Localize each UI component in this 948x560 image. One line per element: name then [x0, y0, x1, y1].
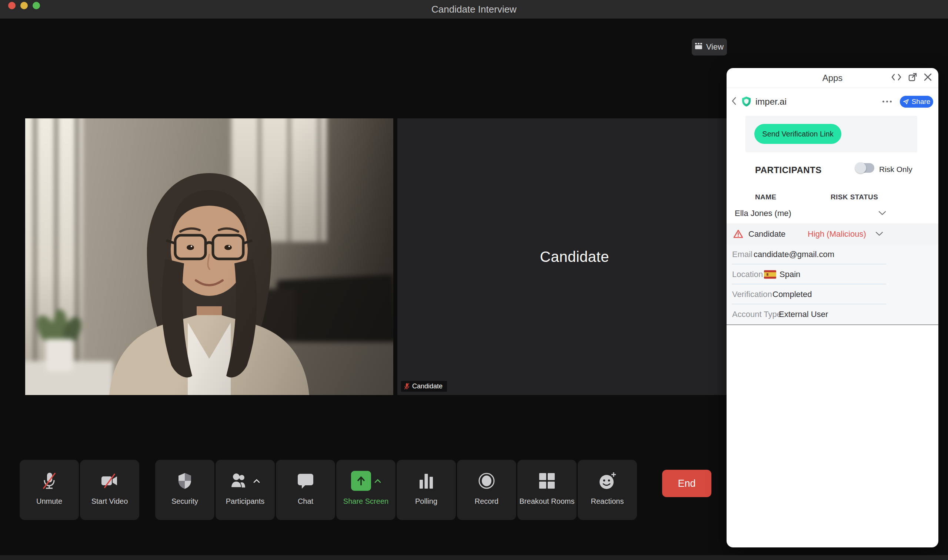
video-tile-candidate: Candidate Candidate	[397, 118, 752, 395]
app-share-button[interactable]: Share	[900, 96, 933, 108]
participants-button[interactable]: Participants	[216, 460, 275, 520]
record-label: Record	[475, 497, 499, 506]
participant-name: Candidate	[749, 229, 786, 239]
code-view-icon[interactable]	[891, 74, 901, 82]
breakout-rooms-label: Breakout Rooms	[520, 497, 575, 506]
column-header-risk-status: RISK STATUS	[831, 193, 878, 201]
video-off-icon	[100, 469, 119, 493]
pop-out-icon[interactable]	[908, 73, 917, 83]
start-video-label: Start Video	[91, 497, 128, 506]
unmute-label: Unmute	[36, 497, 62, 506]
start-video-button[interactable]: Start Video	[80, 460, 139, 520]
detail-label: Email	[732, 250, 752, 259]
record-button[interactable]: Record	[457, 460, 516, 520]
detail-row-email: Email candidate@gmail.com	[727, 245, 939, 265]
candidate-tile-label: Candidate	[540, 249, 609, 265]
minimize-window-button[interactable]	[20, 2, 28, 9]
share-screen-button[interactable]: Share Screen	[336, 460, 395, 520]
risk-only-label: Risk Only	[879, 165, 912, 174]
chat-bubble-icon	[297, 469, 314, 493]
imper-ai-logo-icon	[741, 96, 751, 107]
app-name: imper.ai	[755, 97, 787, 107]
participant-row-candidate[interactable]: Candidate High (Malicious)	[727, 223, 939, 245]
view-button-label: View	[706, 42, 724, 52]
muted-mic-icon	[404, 383, 409, 390]
participant-row-me[interactable]: Ella Jones (me)	[727, 203, 939, 223]
reactions-label: Reactions	[591, 497, 624, 506]
reactions-button[interactable]: Reactions	[578, 460, 637, 520]
chevron-up-icon	[253, 479, 260, 483]
participants-section-header: PARTICIPANTS	[755, 165, 822, 175]
candidate-details: Email candidate@gmail.com Location Spain…	[727, 245, 939, 325]
detail-value: candidate@gmail.com	[753, 250, 834, 259]
toggle-knob	[855, 162, 866, 174]
chevron-down-icon[interactable]	[875, 231, 883, 237]
security-label: Security	[171, 497, 198, 506]
detail-row-account-type: Account Type External User	[727, 305, 939, 325]
window-bottom-edge	[0, 555, 948, 560]
polling-label: Polling	[415, 497, 437, 506]
participant-name-badge: Candidate	[401, 381, 447, 392]
detail-label: Verification	[732, 289, 772, 299]
send-verification-link-button[interactable]: Send Verification Link	[754, 124, 841, 144]
record-icon	[478, 469, 496, 493]
risk-only-toggle[interactable]	[856, 163, 874, 173]
participant-name: Ella Jones (me)	[735, 209, 791, 218]
window-titlebar: Candidate Interview	[0, 0, 948, 19]
share-screen-icon	[351, 471, 371, 491]
risk-warning-icon	[733, 229, 743, 238]
close-icon[interactable]	[924, 73, 932, 83]
end-meeting-button[interactable]: End	[662, 470, 711, 497]
detail-label: Location	[732, 270, 763, 279]
unmute-button[interactable]: Unmute	[20, 460, 79, 520]
polling-button[interactable]: Polling	[397, 460, 456, 520]
share-screen-label: Share Screen	[343, 497, 389, 506]
risk-status-value: High (Malicious)	[807, 229, 866, 239]
close-window-button[interactable]	[8, 2, 15, 9]
chat-button[interactable]: Chat	[276, 460, 335, 520]
gallery-view-icon	[695, 42, 703, 52]
column-header-name: NAME	[755, 193, 777, 201]
chevron-up-icon	[374, 479, 381, 483]
app-share-label: Share	[912, 98, 931, 106]
participants-label: Participants	[226, 497, 265, 506]
chevron-down-icon[interactable]	[879, 210, 886, 217]
detail-label: Account Type	[732, 309, 781, 319]
spain-flag-icon	[764, 271, 776, 279]
video-tile-camera	[25, 118, 393, 395]
back-icon[interactable]	[731, 97, 736, 106]
zoom-meeting-window: Candidate Interview View	[0, 0, 948, 560]
security-shield-icon	[177, 469, 193, 493]
mic-off-icon	[41, 469, 58, 493]
detail-row-location: Location Spain	[727, 265, 939, 285]
traffic-lights	[8, 2, 40, 9]
detail-value: Spain	[780, 270, 800, 279]
window-title: Candidate Interview	[431, 4, 517, 15]
detail-row-verification: Verification Completed	[727, 285, 939, 305]
breakout-rooms-button[interactable]: Breakout Rooms	[517, 460, 577, 520]
security-button[interactable]: Security	[155, 460, 215, 520]
chat-label: Chat	[298, 497, 313, 506]
apps-panel-header: Apps	[727, 68, 939, 88]
breakout-rooms-grid-icon	[539, 469, 555, 493]
detail-value: Completed	[772, 289, 812, 299]
more-options-icon[interactable]	[882, 101, 892, 103]
participants-people-icon	[231, 469, 260, 493]
participant-name-badge-label: Candidate	[412, 383, 443, 390]
app-header-row: imper.ai Share	[727, 88, 939, 115]
apps-panel-title: Apps	[823, 73, 843, 83]
apps-panel: Apps imper.ai Share	[727, 68, 939, 548]
polling-chart-icon	[419, 469, 434, 493]
verification-section: Send Verification Link	[746, 116, 917, 152]
detail-value: External User	[779, 309, 828, 319]
reactions-smiley-icon	[598, 469, 617, 493]
zoom-window-button[interactable]	[32, 2, 40, 9]
view-button[interactable]: View	[692, 38, 727, 55]
send-icon	[903, 99, 909, 105]
